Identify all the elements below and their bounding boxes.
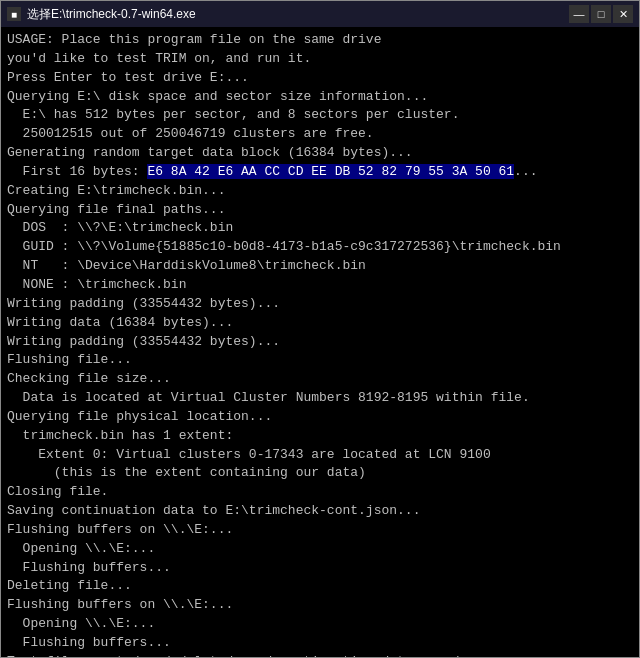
title-bar: ■ 选择E:\trimcheck-0.7-win64.exe — □ ✕ bbox=[1, 1, 639, 27]
console-line: Opening \\.\E:... bbox=[7, 615, 633, 634]
console-line: Press Enter to test drive E:... bbox=[7, 69, 633, 88]
console-line: GUID : \\?\Volume{51885c10-b0d8-4173-b1a… bbox=[7, 238, 633, 257]
console-line: Querying file physical location... bbox=[7, 408, 633, 427]
console-line: Writing data (16384 bytes)... bbox=[7, 314, 633, 333]
title-bar-left: ■ 选择E:\trimcheck-0.7-win64.exe bbox=[7, 6, 196, 23]
console-line: E:\ has 512 bytes per sector, and 8 sect… bbox=[7, 106, 633, 125]
minimize-button[interactable]: — bbox=[569, 5, 589, 23]
console-line: First 16 bytes: E6 8A 42 E6 AA CC CD EE … bbox=[7, 163, 633, 182]
console-line: USAGE: Place this program file on the sa… bbox=[7, 31, 633, 50]
console-output: USAGE: Place this program file on the sa… bbox=[1, 27, 639, 657]
window-controls: — □ ✕ bbox=[569, 5, 633, 23]
window: ■ 选择E:\trimcheck-0.7-win64.exe — □ ✕ USA… bbox=[0, 0, 640, 658]
console-line: Deleting file... bbox=[7, 577, 633, 596]
console-line: trimcheck.bin has 1 extent: bbox=[7, 427, 633, 446]
window-title: 选择E:\trimcheck-0.7-win64.exe bbox=[27, 6, 196, 23]
console-line: Querying file final paths... bbox=[7, 201, 633, 220]
console-line: (this is the extent containing our data) bbox=[7, 464, 633, 483]
highlighted-hex: E6 8A 42 E6 AA CC CD EE DB 52 82 79 55 3… bbox=[147, 164, 514, 179]
console-line: Closing file. bbox=[7, 483, 633, 502]
console-line: Querying E:\ disk space and sector size … bbox=[7, 88, 633, 107]
maximize-button[interactable]: □ bbox=[591, 5, 611, 23]
app-icon: ■ bbox=[7, 7, 21, 21]
console-line: 250012515 out of 250046719 clusters are … bbox=[7, 125, 633, 144]
console-line: Generating random target data block (163… bbox=[7, 144, 633, 163]
close-button[interactable]: ✕ bbox=[613, 5, 633, 23]
console-line: Data is located at Virtual Cluster Numbe… bbox=[7, 389, 633, 408]
console-line: Test file created and deleted, and conti… bbox=[7, 653, 633, 657]
console-line: Opening \\.\E:... bbox=[7, 540, 633, 559]
console-line: Flushing buffers on \\.\E:... bbox=[7, 521, 633, 540]
console-line: Flushing buffers... bbox=[7, 559, 633, 578]
console-line: Writing padding (33554432 bytes)... bbox=[7, 295, 633, 314]
console-line: Saving continuation data to E:\trimcheck… bbox=[7, 502, 633, 521]
console-line: Flushing file... bbox=[7, 351, 633, 370]
console-line: Writing padding (33554432 bytes)... bbox=[7, 333, 633, 352]
console-line: Extent 0: Virtual clusters 0-17343 are l… bbox=[7, 446, 633, 465]
console-line: Flushing buffers... bbox=[7, 634, 633, 653]
console-line: DOS : \\?\E:\trimcheck.bin bbox=[7, 219, 633, 238]
console-line: NONE : \trimcheck.bin bbox=[7, 276, 633, 295]
console-line: Flushing buffers on \\.\E:... bbox=[7, 596, 633, 615]
console-line: you'd like to test TRIM on, and run it. bbox=[7, 50, 633, 69]
console-line: Creating E:\trimcheck.bin... bbox=[7, 182, 633, 201]
console-line: NT : \Device\HarddiskVolume8\trimcheck.b… bbox=[7, 257, 633, 276]
console-line: Checking file size... bbox=[7, 370, 633, 389]
